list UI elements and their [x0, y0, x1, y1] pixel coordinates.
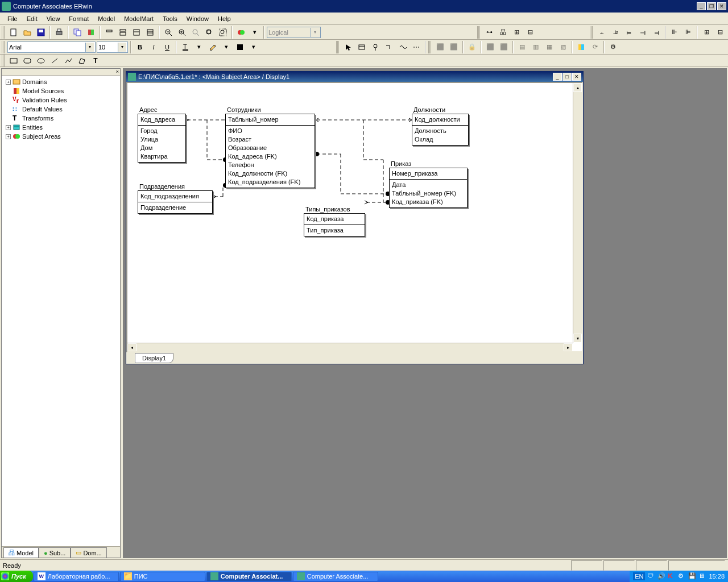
entity-level-button[interactable] — [103, 26, 115, 39]
tree-item-transforms[interactable]: TTransforms — [3, 114, 118, 123]
polygon-tool[interactable] — [76, 55, 88, 67]
copy-button[interactable] — [71, 26, 84, 39]
horizontal-scrollbar[interactable]: ◂ ▸ — [127, 343, 573, 351]
roundrectuctool[interactable] — [21, 55, 34, 67]
italic-button[interactable]: I — [147, 41, 160, 53]
tree-item-defaultvalues[interactable]: ∷Default Values — [3, 105, 118, 114]
doc-close-button[interactable]: ✕ — [572, 73, 581, 81]
nonidentifying-rel-tool[interactable] — [410, 41, 423, 53]
align-top-icon[interactable]: ⫣ — [636, 26, 649, 39]
minimize-button[interactable]: _ — [697, 2, 706, 10]
menu-file[interactable]: File — [3, 14, 22, 24]
toolbar-grip[interactable] — [336, 41, 339, 53]
start-button[interactable]: Пуск — [0, 571, 33, 582]
report3-icon[interactable]: ▦ — [543, 41, 556, 53]
entity-dept[interactable]: Подразделения Код_подразделения Подразде… — [138, 182, 213, 214]
toolbar-grip[interactable] — [2, 41, 5, 53]
new-button[interactable] — [7, 26, 20, 39]
tray-icon[interactable]: 🖥 — [698, 572, 706, 580]
align-middle-icon[interactable]: ⫤ — [650, 26, 663, 39]
close-button[interactable]: ✕ — [717, 2, 726, 10]
zoom-out-button[interactable] — [162, 26, 175, 39]
scroll-down-icon[interactable]: ▾ — [573, 334, 582, 343]
underline-button[interactable]: U — [161, 41, 173, 53]
keys-level-button[interactable] — [144, 26, 156, 39]
tree-item-entities[interactable]: +Entities — [3, 123, 118, 132]
sync-icon[interactable]: ⟳ — [589, 41, 601, 53]
menu-view[interactable]: View — [42, 14, 65, 24]
line-color-button[interactable] — [206, 41, 219, 53]
distribute-v-icon[interactable]: ⊫ — [682, 26, 694, 39]
distribute-h-icon[interactable]: ⊪ — [668, 26, 681, 39]
bg-dropdown-icon[interactable]: ▾ — [247, 41, 260, 53]
doc-minimize-button[interactable]: _ — [553, 73, 562, 81]
font-combo[interactable]: Arial▾ — [7, 41, 96, 53]
entity-staff[interactable]: Сотрудники Табльный_номер ФИО Возраст Об… — [225, 106, 315, 188]
dropdown-icon[interactable]: ▾ — [249, 26, 261, 39]
fill-color-button[interactable]: ▾ — [193, 41, 205, 53]
group-icon[interactable]: ⊞ — [700, 26, 713, 39]
model-type-combo[interactable]: Logical▾ — [267, 27, 321, 38]
menu-modelmart[interactable]: ModelMart — [119, 14, 158, 24]
reverse-eng-icon[interactable]: ⬛ — [448, 41, 460, 53]
zoom-fit-button[interactable] — [203, 26, 216, 39]
tray-icon[interactable]: 🛡 — [647, 572, 655, 580]
relation-grid-icon[interactable]: ⊟ — [524, 26, 536, 39]
tab-subject[interactable]: ●Sub... — [39, 547, 71, 558]
options-icon[interactable]: ⚙ — [607, 41, 619, 53]
line-tool[interactable] — [48, 55, 61, 67]
pk-level-button[interactable] — [130, 26, 143, 39]
entity-position[interactable]: Должности Код_должности Должность Оклад — [412, 106, 469, 146]
print-button[interactable] — [53, 26, 65, 39]
menu-help[interactable]: Help — [213, 14, 235, 24]
rectangle-tool[interactable] — [7, 55, 20, 67]
entity-address[interactable]: Адрес Код_адреса Город Улица Дом Квартир… — [138, 106, 186, 163]
display-tab-1[interactable]: Display1 — [135, 353, 173, 363]
bold-button[interactable]: B — [134, 41, 146, 53]
expand-icon[interactable]: + — [6, 134, 11, 139]
toolbar-grip[interactable] — [2, 26, 5, 39]
background-color-button[interactable] — [234, 41, 246, 53]
relation-layout-icon[interactable]: ⊞ — [510, 26, 523, 39]
clock[interactable]: 15:28 — [709, 573, 725, 580]
panel-close-icon[interactable]: × — [2, 69, 120, 76]
scroll-right-icon[interactable]: ▸ — [564, 343, 573, 351]
open-button[interactable] — [21, 26, 34, 39]
lock-icon[interactable]: 🔒 — [466, 41, 478, 53]
menu-edit[interactable]: Edit — [22, 14, 42, 24]
menu-tools[interactable]: Tools — [158, 14, 182, 24]
tree-item-domains[interactable]: +Domains — [3, 77, 118, 86]
entity-color-button[interactable]: ▾ — [220, 41, 233, 53]
menu-window[interactable]: Window — [182, 14, 213, 24]
entity-tool[interactable] — [355, 41, 368, 53]
paste-button[interactable] — [85, 26, 97, 39]
polyline-tool[interactable] — [62, 55, 75, 67]
font-size-combo[interactable]: 10▾ — [97, 41, 128, 53]
tab-model[interactable]: 品Model — [3, 547, 39, 558]
align-center-icon[interactable]: ⫡ — [609, 26, 622, 39]
zoom-in-button[interactable] — [176, 26, 188, 39]
task-button-erwin[interactable]: Computer Associate... — [293, 572, 378, 581]
manytomany-rel-tool[interactable] — [396, 41, 409, 53]
zoom-rect-button[interactable] — [217, 26, 229, 39]
tray-icon[interactable]: 💾 — [688, 572, 696, 580]
vertical-scrollbar[interactable]: ▴ ▾ — [573, 83, 582, 343]
tray-icon[interactable]: ⚙ — [678, 572, 686, 580]
task-button-folder[interactable]: 📁ПИС — [120, 572, 205, 581]
doc-titlebar[interactable]: E:\ПИС\лаба5.1.er1* : <Main Subject Area… — [126, 72, 583, 82]
tab-domains[interactable]: ▭Dom... — [71, 547, 106, 558]
doc-maximize-button[interactable]: □ — [562, 73, 572, 81]
ellipse-tool[interactable] — [35, 55, 47, 67]
model-tree[interactable]: +Domains Model Sources VrValidation Rule… — [2, 76, 120, 546]
toolbar-grip[interactable] — [477, 26, 480, 39]
text-tool[interactable]: T — [89, 55, 102, 67]
subtype-tool[interactable] — [369, 41, 382, 53]
modelmart-button[interactable] — [235, 26, 247, 39]
relation-tree-icon[interactable]: 品 — [497, 26, 509, 39]
toolbar-grip[interactable] — [590, 26, 593, 39]
entity-order[interactable]: Приказ Номер_приказа Дата Табльный_номер… — [389, 160, 468, 208]
pointer-tool[interactable] — [342, 41, 354, 53]
report2-icon[interactable]: ▥ — [530, 41, 542, 53]
system-tray[interactable]: EN 🛡 🔊 K ⚙ 💾 🖥 15:28 — [630, 571, 728, 582]
tree-item-subjectareas[interactable]: +Subject Areas — [3, 132, 118, 141]
